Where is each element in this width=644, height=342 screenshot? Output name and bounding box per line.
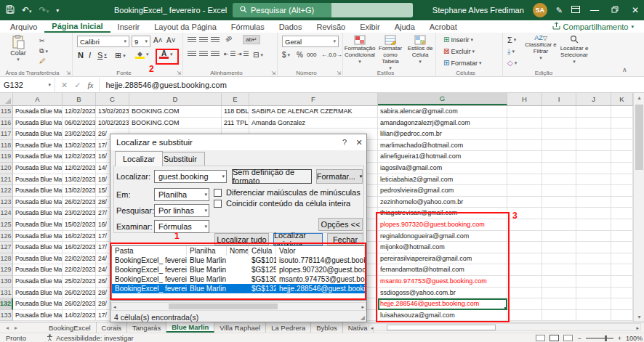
cell-I117[interactable]: [542, 129, 576, 140]
cell-J130[interactable]: [576, 276, 611, 288]
column-header-K[interactable]: K: [611, 93, 633, 105]
cell-K117[interactable]: [611, 129, 633, 140]
align-middle-icon[interactable]: [199, 37, 208, 44]
row-header-127[interactable]: 127: [0, 242, 13, 253]
cell-K123[interactable]: [611, 197, 633, 208]
autosum-icon[interactable]: Σ▾: [507, 36, 516, 44]
cell-J126[interactable]: [576, 231, 611, 243]
sort-filter-button[interactable]: AZ▽ Classificar e Filtrar▾: [525, 35, 557, 61]
cell-I120[interactable]: [542, 163, 576, 174]
zoom-out-icon[interactable]: −: [577, 335, 581, 342]
cell-A117[interactable]: Pousada Blue Marlin: [13, 129, 63, 140]
cell-J127[interactable]: [576, 242, 611, 253]
fill-icon[interactable]: ⤓▾: [507, 47, 515, 56]
column-header-F[interactable]: F: [249, 93, 378, 105]
cell-K128[interactable]: [611, 253, 633, 265]
zoom-level[interactable]: 100%: [626, 335, 643, 342]
row-header-116[interactable]: 116: [0, 118, 13, 129]
decrease-decimal-icon[interactable]: .0→: [331, 52, 342, 58]
dialog-help-icon[interactable]: ?: [337, 134, 352, 150]
cell-B129[interactable]: 22/02/2023: [63, 264, 96, 276]
cell-A131[interactable]: Pousada Blue Marlin: [13, 288, 63, 299]
cell-E115[interactable]: 118 DBL: [222, 106, 249, 118]
accessibility-status[interactable]: Acessibilidade: investigar: [26, 334, 134, 342]
cell-A120[interactable]: Pousada Blue Marlin: [13, 163, 63, 174]
cell-A127[interactable]: Pousada Blue Marlin: [13, 242, 63, 253]
row-header-129[interactable]: 129: [0, 264, 13, 276]
bold-button[interactable]: N: [78, 51, 84, 60]
tab-find[interactable]: Localizar: [115, 151, 163, 166]
cell-J131[interactable]: [576, 288, 611, 299]
normal-view-icon[interactable]: [536, 335, 545, 341]
cell-H129[interactable]: [507, 264, 542, 276]
format-button[interactable]: Formatar...▾: [316, 169, 363, 184]
row-header-128[interactable]: 128: [0, 253, 13, 265]
font-dialog-launcher[interactable]: ⇲: [177, 70, 181, 76]
cut-icon[interactable]: ✂: [39, 37, 45, 44]
cell-I118[interactable]: [542, 140, 576, 152]
sheet-nav-arrows[interactable]: ◂ ▸: [0, 322, 23, 333]
row-header-126[interactable]: 126: [0, 231, 13, 243]
cell-B123[interactable]: 26/02/2023: [63, 197, 96, 208]
cell-A129[interactable]: Pousada Blue Marlin: [13, 264, 63, 276]
cell-I124[interactable]: [542, 208, 576, 219]
percent-icon[interactable]: %: [297, 51, 303, 59]
cell-J123[interactable]: [576, 197, 611, 208]
result-row[interactable]: BookingExcel_ fevereiro.xlsxBlue Marlin$…: [112, 284, 366, 293]
cell-G115[interactable]: sabira.alencar@gmail.com: [378, 106, 507, 118]
find-next-button[interactable]: Localizar próxima: [273, 233, 323, 245]
zoom-slider-thumb[interactable]: [605, 335, 607, 341]
cell-A133[interactable]: Pousada Blue Marlin: [13, 310, 63, 322]
cell-H121[interactable]: [507, 174, 542, 186]
redo-icon[interactable]: ↷▾: [39, 5, 49, 15]
cell-H130[interactable]: [507, 276, 542, 288]
cell-K118[interactable]: [611, 140, 633, 152]
result-row[interactable]: BookingExcel_ fevereiro.xlsxBlue Marlin$…: [112, 265, 366, 274]
cell-I131[interactable]: [542, 288, 576, 299]
match-entire-checkbox[interactable]: Coincidir conteúdo da célula inteira: [214, 199, 350, 208]
column-header-I[interactable]: I: [542, 93, 576, 105]
cell-G128[interactable]: pereirasilviapereira@gmail.com: [378, 253, 507, 265]
results-scrollbar[interactable]: ◂ ▸: [111, 302, 366, 311]
share-button[interactable]: Compartilhamento ▾: [552, 20, 634, 33]
cell-H116[interactable]: [507, 118, 542, 129]
row-header-119[interactable]: 119: [0, 151, 13, 163]
cell-J128[interactable]: [576, 253, 611, 265]
insert-function-icon[interactable]: fx: [87, 81, 93, 89]
cell-K115[interactable]: [611, 106, 633, 118]
align-bottom-icon[interactable]: [211, 37, 220, 44]
look-in-combo[interactable]: Fórmulas▾: [154, 220, 209, 233]
cell-A128[interactable]: Pousada Blue Marlin: [13, 253, 63, 265]
cell-G118[interactable]: marlimachado@hotmail.com: [378, 140, 507, 152]
cell-I133[interactable]: [542, 310, 576, 322]
cell-J124[interactable]: [576, 208, 611, 219]
cell-H120[interactable]: [507, 163, 542, 174]
align-top-icon[interactable]: [188, 37, 196, 44]
cell-J132[interactable]: [576, 298, 611, 310]
search-order-combo[interactable]: Por linhas▾: [154, 204, 209, 217]
hscroll-right-icon[interactable]: ▸: [636, 325, 639, 331]
cell-A118[interactable]: Pousada Blue Marlin: [13, 140, 63, 152]
cell-J115[interactable]: [576, 106, 611, 118]
cell-H122[interactable]: [507, 185, 542, 197]
horizontal-scrollbar[interactable]: ◂ ▸: [369, 323, 641, 331]
cell-J125[interactable]: [576, 219, 611, 231]
cell-G127[interactable]: mijonko@hotmail.com: [378, 242, 507, 253]
results-scroll-thumb[interactable]: [169, 304, 278, 309]
cell-G129[interactable]: fernandamotta@hotmail.com: [378, 264, 507, 276]
font-name-combo[interactable]: Calibri▾: [77, 36, 129, 47]
cell-K130[interactable]: [611, 276, 633, 288]
cell-A115[interactable]: Pousada Blue Marlin: [13, 106, 63, 118]
user-name[interactable]: Stephane Alves Frediman: [432, 6, 524, 15]
avatar[interactable]: SA: [533, 3, 547, 17]
cell-A132[interactable]: Pousada Blue Marlin: [13, 298, 63, 310]
cell-K119[interactable]: [611, 151, 633, 163]
cell-H128[interactable]: [507, 253, 542, 265]
cell-B117[interactable]: 23/02/2023: [63, 129, 96, 140]
cell-H117[interactable]: [507, 129, 542, 140]
cell-J122[interactable]: [576, 185, 611, 197]
number-format-combo[interactable]: Geral▾: [282, 36, 339, 47]
cell-G132[interactable]: hejje.288546@guest.booking.com: [378, 298, 507, 310]
cell-H131[interactable]: [507, 288, 542, 299]
cell-B118[interactable]: 13/02/2023: [63, 140, 96, 152]
